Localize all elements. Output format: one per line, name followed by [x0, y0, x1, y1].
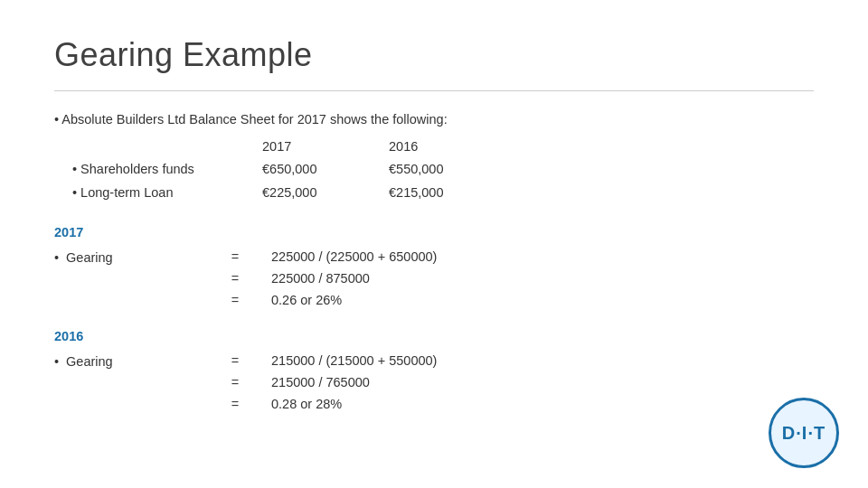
row1-label: • Shareholders funds	[72, 158, 253, 181]
calc-line-2017-2: = 225000 / 875000	[217, 268, 437, 290]
eq-2016-2: =	[217, 372, 253, 394]
calc-label-2017: • Gearing	[54, 247, 217, 268]
row2-label: • Long-term Loan	[72, 182, 253, 204]
logo-circle: D·I·T	[769, 398, 839, 468]
eq-2017-1: =	[217, 247, 253, 268]
row2-val-2016: €215,000	[380, 182, 506, 204]
calc-line-2016-3: = 0.28 or 28%	[217, 394, 437, 416]
calc-block-2016: • Gearing = 215000 / (215000 + 550000) =…	[54, 351, 814, 416]
eq-2017-2: =	[217, 268, 253, 290]
row1-val-2016: €550,000	[380, 158, 506, 181]
calc-line-2016-1: = 215000 / (215000 + 550000)	[217, 351, 437, 372]
section-2017-label: 2017	[54, 222, 814, 243]
slide-title: Gearing Example	[54, 36, 814, 74]
calc-line-2017-3: = 0.26 or 26%	[217, 290, 437, 312]
col-2017-header: 2017	[253, 136, 380, 158]
eq-2016-1: =	[217, 351, 253, 372]
val-2017-1: 225000 / (225000 + 650000)	[271, 247, 437, 268]
row1-val-2017: €650,000	[253, 158, 380, 181]
slide: Gearing Example • Absolute Builders Ltd …	[0, 0, 868, 488]
calc-line-2017-1: = 225000 / (225000 + 650000)	[217, 247, 437, 268]
val-2017-2: 225000 / 875000	[271, 268, 370, 290]
col-label-header	[72, 136, 253, 158]
calc-lines-2016: = 215000 / (215000 + 550000) = 215000 / …	[217, 351, 437, 416]
val-2017-3: 0.26 or 26%	[271, 290, 342, 312]
bullet-2017: •	[54, 248, 59, 268]
bullet-2016: •	[54, 352, 59, 372]
calc-lines-2017: = 225000 / (225000 + 650000) = 225000 / …	[217, 247, 437, 312]
logo-inner: D·I·T	[782, 424, 826, 442]
intro-text: Absolute Builders Ltd Balance Sheet for …	[61, 112, 447, 127]
col-2016-header: 2016	[380, 136, 506, 158]
val-2016-1: 215000 / (215000 + 550000)	[271, 351, 437, 372]
calc-label-2016: • Gearing	[54, 351, 217, 372]
divider	[54, 90, 814, 91]
val-2016-3: 0.28 or 28%	[271, 394, 342, 416]
content-area: • Absolute Builders Ltd Balance Sheet fo…	[54, 109, 814, 416]
table-row: • Long-term Loan €225,000 €215,000	[72, 182, 506, 204]
calc-line-2016-2: = 215000 / 765000	[217, 372, 437, 394]
dit-logo: D·I·T	[769, 398, 841, 470]
logo-text: D·I·T	[782, 424, 826, 442]
row2-val-2017: €225,000	[253, 182, 380, 204]
intro-line: • Absolute Builders Ltd Balance Sheet fo…	[54, 109, 814, 130]
bullet-row1: •	[72, 162, 80, 176]
balance-sheet-table: 2017 2016 • Shareholders funds €650,000 …	[72, 136, 814, 204]
eq-2016-3: =	[217, 394, 253, 416]
section-2016-label: 2016	[54, 326, 814, 347]
bullet-row2: •	[72, 185, 80, 200]
table-row: • Shareholders funds €650,000 €550,000	[72, 158, 506, 181]
val-2016-2: 215000 / 765000	[271, 372, 370, 394]
calc-block-2017: • Gearing = 225000 / (225000 + 650000) =…	[54, 247, 814, 312]
eq-2017-3: =	[217, 290, 253, 312]
